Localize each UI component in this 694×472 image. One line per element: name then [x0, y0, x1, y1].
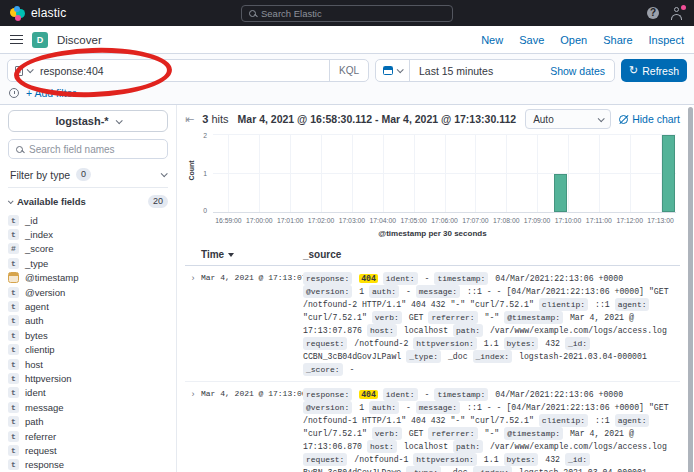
field-chip: response:	[303, 272, 352, 285]
field-item-_index[interactable]: t_index	[8, 227, 168, 241]
field-item-httpversion[interactable]: thttpversion	[8, 371, 168, 385]
global-search-input[interactable]: Search Elastic	[241, 5, 453, 22]
field-item-bytes[interactable]: tbytes	[8, 328, 168, 342]
sort-desc-icon	[228, 253, 234, 257]
field-item-auth[interactable]: tauth	[8, 314, 168, 328]
field-item-ident[interactable]: tident	[8, 386, 168, 400]
new-button[interactable]: New	[481, 34, 503, 46]
field-name: clientip	[25, 344, 55, 355]
field-item-message[interactable]: tmessage	[8, 400, 168, 414]
expand-row-icon[interactable]: ›	[185, 272, 201, 284]
elastic-logo-icon	[10, 6, 25, 21]
index-pattern-selector[interactable]: logstash-*	[8, 110, 168, 132]
field-item-_id[interactable]: t_id	[8, 213, 168, 227]
field-item-host[interactable]: thost	[8, 357, 168, 371]
saved-query-icon[interactable]	[15, 66, 23, 76]
field-item-_type[interactable]: t_type	[8, 256, 168, 270]
calendar-field-icon	[8, 272, 19, 283]
user-avatar[interactable]	[671, 7, 684, 20]
hits-count: 3 hits	[202, 113, 228, 125]
field-value: /var/www/example.com/logs/access.log	[490, 442, 667, 451]
expand-row-icon[interactable]: ›	[185, 388, 201, 400]
save-button[interactable]: Save	[519, 34, 544, 46]
available-fields-label: Available fields	[17, 196, 86, 207]
x-tick-label: 17:05:00	[400, 217, 426, 224]
grid-line	[228, 135, 229, 212]
field-chip: message:	[416, 285, 460, 298]
inspect-button[interactable]: Inspect	[649, 34, 684, 46]
field-name: message	[25, 402, 64, 413]
filter-by-type-dropdown[interactable]: Filter by type 0	[8, 165, 168, 188]
grid-line	[506, 135, 507, 212]
histogram-bar-17:13:00[interactable]	[662, 135, 675, 212]
field-value: /notfound-2	[354, 339, 408, 348]
time-range-value[interactable]: Last 15 minutes	[410, 65, 550, 77]
search-icon	[249, 10, 256, 17]
field-item-@timestamp[interactable]: @timestamp	[8, 271, 168, 285]
add-filter-link[interactable]: + Add filter	[26, 87, 76, 99]
histogram-bar-17:09:30[interactable]	[554, 174, 567, 213]
grid-line	[352, 135, 353, 212]
filter-by-type-count-badge: 0	[76, 168, 91, 181]
field-chip: auth:	[369, 401, 399, 414]
refresh-button[interactable]: ↻ Refresh	[621, 59, 687, 82]
field-value: ::1 - - [04/Mar/2021:22:13:06 +0000] "GE…	[303, 287, 669, 309]
field-value: -	[425, 390, 430, 399]
field-value: _doc	[448, 352, 468, 361]
available-fields-header[interactable]: Available fields 20	[8, 195, 168, 208]
field-name: ident	[25, 387, 46, 398]
field-item-referrer[interactable]: treferrer	[8, 429, 168, 443]
vertical-scrollbar[interactable]	[688, 107, 693, 472]
collapse-sidebar-icon[interactable]: ⇤	[185, 114, 194, 125]
field-name: @timestamp	[25, 272, 78, 283]
x-tick-label: 17:04:00	[370, 217, 396, 224]
field-search-input[interactable]: Search field names	[8, 139, 168, 159]
field-value: "-"	[485, 429, 500, 438]
elastic-logo[interactable]: elastic	[10, 6, 66, 21]
field-item-agent[interactable]: tagent	[8, 299, 168, 313]
field-item-@version[interactable]: t@version	[8, 285, 168, 299]
calendar-icon	[383, 66, 393, 75]
field-value: 04/Mar/2021:22:13:06 +0000	[495, 274, 623, 283]
interval-select[interactable]: Auto	[525, 109, 611, 129]
field-item-path[interactable]: tpath	[8, 414, 168, 428]
field-list: t_idt_index#_scoret_type@timestampt@vers…	[8, 213, 168, 472]
field-value: "curl/7.52.1"	[303, 313, 367, 322]
x-tick-label: 17:12:00	[616, 217, 642, 224]
calendar-button[interactable]	[376, 60, 410, 81]
field-item-request[interactable]: trequest	[8, 443, 168, 457]
field-chip: _index:	[473, 350, 513, 363]
brand-text: elastic	[31, 6, 66, 20]
field-chip: _id:	[565, 453, 590, 466]
field-type-icon: t	[8, 215, 19, 226]
field-value: logstash-2021.03.04-000001	[519, 352, 647, 361]
field-item-clientip[interactable]: tclientip	[8, 343, 168, 357]
global-header: elastic Search Elastic ?	[0, 0, 694, 26]
share-button[interactable]: Share	[603, 34, 632, 46]
field-type-icon: t	[8, 402, 19, 413]
field-item-response[interactable]: tresponse	[8, 458, 168, 472]
query-text[interactable]: response:404	[40, 65, 329, 77]
chevron-down-icon	[598, 115, 605, 122]
show-dates-link[interactable]: Show dates	[550, 65, 614, 77]
table-row: ›Mar 4, 2021 @ 17:13:07.876response: 404…	[185, 266, 680, 382]
source-column-header: _source	[303, 249, 680, 260]
query-input[interactable]: response:404 KQL	[7, 59, 369, 82]
menu-icon[interactable]	[10, 35, 23, 44]
field-item-_score[interactable]: #_score	[8, 242, 168, 256]
field-value: /notfound-1	[354, 455, 408, 464]
query-language-button[interactable]: KQL	[329, 60, 368, 81]
field-chip: timestamp:	[434, 272, 488, 285]
x-tick-label: 17:03:00	[339, 217, 365, 224]
grid-line	[537, 135, 538, 212]
field-chip: verb:	[372, 311, 402, 324]
help-icon[interactable]: ?	[647, 7, 659, 19]
saved-filters-icon[interactable]	[9, 88, 19, 98]
hide-chart-link[interactable]: Hide chart	[619, 113, 680, 125]
field-chip: auth:	[369, 285, 399, 298]
time-column-header[interactable]: Time	[185, 249, 303, 260]
field-chip: referrer:	[428, 427, 477, 440]
field-value: "curl/7.52.1"	[303, 429, 367, 438]
field-type-icon: t	[8, 416, 19, 427]
open-button[interactable]: Open	[560, 34, 587, 46]
